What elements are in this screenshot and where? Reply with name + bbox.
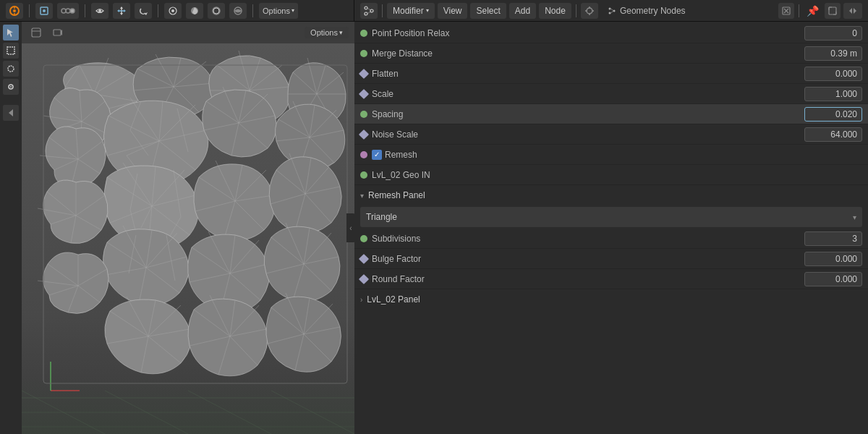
socket-point-pos-relax [360, 30, 367, 37]
svg-marker-15 [124, 9, 126, 12]
svg-marker-12 [120, 7, 123, 9]
socket-flatten [359, 68, 369, 78]
label-lvl02-geo-in: LvL_02 Geo IN [372, 170, 862, 180]
triangle-dropdown[interactable]: Triangle ▾ [360, 207, 862, 227]
transform-tools-btn[interactable] [113, 3, 130, 19]
lasso-select-btn[interactable] [3, 61, 19, 77]
3d-viewport[interactable]: Options ▾ [0, 22, 354, 434]
svg-marker-41 [849, 8, 852, 14]
viewport-toggle-btn[interactable] [27, 26, 45, 39]
svg-point-27 [587, 8, 592, 14]
svg-point-45 [8, 66, 14, 72]
svg-rect-44 [7, 47, 14, 54]
svg-point-9 [98, 9, 101, 12]
svg-point-24 [365, 12, 367, 15]
add-label: Add [515, 6, 530, 16]
label-subdivisions: Subdivisions [372, 234, 800, 244]
top-bar: Options ▾ Modifier ▾ View Select [0, 0, 868, 22]
svg-line-35 [610, 9, 613, 11]
svg-point-8 [70, 9, 75, 13]
tweak-btn[interactable] [3, 79, 19, 95]
viewport-shading-material[interactable] [208, 3, 225, 19]
modifier-menu-btn[interactable]: Modifier ▾ [387, 3, 435, 19]
viewport-camera-btn[interactable] [49, 26, 67, 39]
snapping-btn[interactable] [581, 3, 598, 19]
socket-remesh [360, 151, 367, 158]
collapse-tools-btn[interactable] [3, 105, 19, 121]
sep6 [576, 4, 576, 17]
svg-rect-49 [32, 28, 41, 37]
label-flatten: Flatten [372, 69, 800, 79]
svg-point-7 [66, 9, 70, 13]
view-menu-btn[interactable]: View [438, 3, 468, 19]
value-round-factor[interactable]: 0.000 [804, 272, 862, 286]
label-scale: Scale [372, 89, 800, 99]
lvl02-panel-header[interactable]: › LvL_02 Panel [354, 289, 868, 310]
stones-mesh-svg [22, 43, 354, 434]
svg-point-47 [10, 86, 12, 88]
label-round-factor: Round Factor [372, 274, 800, 284]
right-panel: Point Position Relax 0 Merge Distance 0.… [354, 22, 868, 434]
label-noise-scale: Noise Scale [372, 129, 800, 140]
node-editor-icon-btn[interactable] [360, 3, 378, 19]
viewport-collapse-btn[interactable]: ‹ [346, 213, 354, 242]
viewport-header-bar: Options ▾ [0, 0, 354, 21]
svg-marker-16 [145, 12, 148, 15]
value-merge-distance[interactable]: 0.39 m [804, 46, 862, 61]
svg-point-18 [171, 9, 174, 12]
value-point-pos-relax[interactable]: 0 [804, 26, 862, 41]
remesh-panel-header[interactable]: ▾ Remesh Panel [354, 185, 868, 205]
svg-marker-42 [854, 8, 856, 14]
blender-menu-btn[interactable] [6, 3, 23, 19]
viewport-mode-btn[interactable] [35, 3, 53, 19]
area-control-btn[interactable] [825, 3, 841, 19]
viewport-top-tools: Options ▾ [22, 22, 354, 43]
value-bulge-factor[interactable]: 0.000 [804, 252, 862, 266]
node-label: Node [545, 6, 566, 16]
node-tree-icon [608, 7, 616, 14]
sep2 [85, 4, 85, 17]
svg-point-33 [613, 9, 615, 12]
add-menu-btn[interactable]: Add [509, 3, 536, 19]
svg-point-5 [43, 9, 46, 12]
socket-scale [359, 88, 369, 98]
viewport-shading-solid[interactable] [186, 3, 203, 19]
svg-point-23 [370, 9, 373, 12]
value-noise-scale[interactable]: 64.000 [804, 127, 862, 142]
select-menu-btn[interactable]: Select [470, 3, 506, 19]
workspace-circles-btn[interactable] [57, 3, 79, 19]
geo-nodes-title-text: Geometry Nodes [620, 6, 686, 16]
viewport-options-btn[interactable]: Options ▾ [305, 27, 349, 38]
view-label: View [443, 6, 462, 16]
options-dropdown-arrow: ▾ [292, 7, 294, 14]
socket-noise-scale [359, 129, 369, 139]
value-scale[interactable]: 1.000 [804, 87, 862, 101]
nav-controls-btn[interactable] [843, 3, 862, 19]
options-btn[interactable]: Options ▾ [259, 3, 298, 19]
cursor-tool-btn[interactable] [3, 25, 19, 41]
viewport-shading-rendered[interactable] [229, 3, 247, 19]
select-box-btn[interactable] [3, 43, 19, 59]
prop-row-bulge-factor: Bulge Factor 0.000 [354, 249, 868, 269]
sep5 [382, 4, 383, 17]
viewport-scene[interactable] [22, 43, 354, 434]
triangle-dropdown-arrow: ▾ [853, 213, 856, 221]
svg-rect-40 [829, 7, 836, 14]
viewport-options-arrow: ▾ [339, 29, 343, 36]
sep3 [158, 4, 158, 17]
value-flatten[interactable]: 0.000 [804, 67, 862, 81]
eye-icon-btn[interactable] [91, 3, 109, 19]
rotate-tool-btn[interactable] [135, 3, 152, 19]
value-subdivisions[interactable]: 3 [804, 231, 862, 246]
modifier-dropdown-arrow: ▾ [426, 7, 429, 14]
node-menu-btn[interactable]: Node [539, 3, 571, 19]
close-editor-btn[interactable] [778, 3, 794, 19]
value-spacing[interactable]: 0.020 [804, 107, 862, 122]
viewport-display-btn[interactable] [164, 3, 182, 19]
label-remesh: Remesh [385, 150, 417, 160]
modifier-label: Modifier [393, 6, 424, 16]
viewport-options-label: Options [310, 28, 338, 37]
remesh-checkbox[interactable]: ✓ [372, 150, 382, 160]
pin-btn[interactable]: 📌 [804, 4, 822, 18]
prop-row-spacing: Spacing 0.020 [354, 104, 868, 124]
